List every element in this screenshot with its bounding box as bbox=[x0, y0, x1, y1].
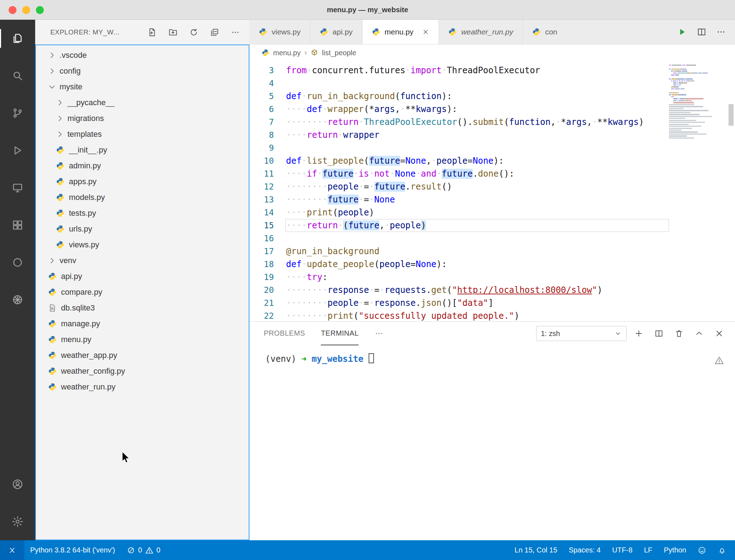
tree-item-weather_config.py[interactable]: weather_config.py bbox=[36, 363, 249, 379]
activity-item-extensions[interactable] bbox=[0, 206, 35, 244]
tree-item-db.sqlite3[interactable]: db.sqlite3 bbox=[36, 300, 249, 316]
line-content[interactable]: ········print("successfully updated peop… bbox=[285, 309, 669, 321]
terminal[interactable]: (venv)➜my_website bbox=[249, 345, 735, 540]
run-python-file-button[interactable] bbox=[674, 24, 690, 40]
code-line-9[interactable]: 9 bbox=[249, 141, 669, 154]
tab-api.py[interactable]: api.py bbox=[310, 20, 362, 44]
code-line-14[interactable]: 14····print(people) bbox=[249, 206, 669, 219]
panel-more-actions[interactable] bbox=[374, 329, 384, 338]
code-line-15[interactable]: 15····return·(future,·people) bbox=[249, 219, 669, 232]
tree-item-config[interactable]: config bbox=[36, 63, 249, 79]
line-content[interactable] bbox=[285, 77, 669, 90]
code-line-19[interactable]: 19····try: bbox=[249, 271, 669, 284]
activity-item-account[interactable] bbox=[0, 466, 35, 503]
split-terminal-button[interactable] bbox=[651, 326, 667, 341]
activity-item-source-control[interactable] bbox=[0, 94, 35, 132]
tree-item-manage.py[interactable]: manage.py bbox=[36, 316, 249, 332]
code-line-7[interactable]: 7········return·ThreadPoolExecutor().sub… bbox=[249, 116, 669, 129]
tree-item-tests.py[interactable]: tests.py bbox=[36, 205, 249, 221]
zoom-window-button[interactable] bbox=[36, 6, 44, 14]
code-line-18[interactable]: 18def·update_people(people=None): bbox=[249, 258, 669, 271]
tree-item-api.py[interactable]: api.py bbox=[36, 269, 249, 284]
split-editor-button[interactable] bbox=[693, 24, 710, 40]
code-line-11[interactable]: 11····if·future·is·not·None·and·future.d… bbox=[249, 167, 669, 180]
tree-item-models.py[interactable]: models.py bbox=[36, 190, 249, 205]
tree-item-menu.py[interactable]: menu.py bbox=[36, 332, 249, 347]
line-content[interactable]: def·update_people(people=None): bbox=[285, 258, 669, 271]
close-tab-icon[interactable] bbox=[422, 28, 429, 36]
status-problems[interactable]: 00 bbox=[121, 540, 166, 560]
line-content[interactable]: ········people·=·response.json()["data"] bbox=[285, 297, 669, 309]
tree-item-__pycache__[interactable]: __pycache__ bbox=[36, 95, 249, 111]
status-notifications[interactable] bbox=[712, 540, 732, 560]
line-content[interactable]: @run_in_background bbox=[285, 245, 669, 258]
tree-item-admin.py[interactable]: admin.py bbox=[36, 158, 249, 174]
status-indentation[interactable]: Spaces: 4 bbox=[563, 540, 607, 560]
tree-item-templates[interactable]: templates bbox=[36, 126, 249, 142]
tree-item-.vscode[interactable]: .vscode bbox=[36, 47, 249, 63]
breadcrumb-symbol[interactable]: list_people bbox=[322, 49, 356, 57]
editor-scrollbar[interactable] bbox=[729, 104, 734, 126]
line-content[interactable]: ········people·=·future.result() bbox=[285, 180, 669, 193]
status-feedback[interactable] bbox=[692, 540, 712, 560]
new-folder-button[interactable] bbox=[163, 24, 183, 41]
line-content[interactable]: ····if·future·is·not·None·and·future.don… bbox=[285, 167, 669, 180]
close-panel-button[interactable] bbox=[711, 326, 727, 341]
collapse-folders-button[interactable] bbox=[205, 24, 224, 41]
more-editor-actions-button[interactable] bbox=[713, 24, 729, 40]
activity-item-search[interactable] bbox=[0, 57, 35, 94]
line-content[interactable] bbox=[285, 232, 669, 245]
line-content[interactable]: ····return·wrapper bbox=[285, 129, 669, 141]
activity-item-circle-tool[interactable] bbox=[0, 244, 35, 281]
tab-con[interactable]: con bbox=[523, 20, 567, 44]
code-line-8[interactable]: 8····return·wrapper bbox=[249, 129, 669, 141]
activity-item-remote-explorer[interactable] bbox=[0, 169, 35, 206]
kill-terminal-button[interactable] bbox=[671, 326, 687, 341]
activity-item-settings[interactable] bbox=[0, 503, 35, 540]
code-line-22[interactable]: 22········print("successfully updated pe… bbox=[249, 309, 669, 321]
line-content[interactable]: ········return·ThreadPoolExecutor().subm… bbox=[285, 116, 669, 129]
refresh-explorer-button[interactable] bbox=[184, 24, 203, 41]
maximize-panel-button[interactable] bbox=[691, 326, 707, 341]
line-content[interactable]: ····def·wrapper(*args,·**kwargs): bbox=[285, 103, 669, 116]
status-cursor-position[interactable]: Ln 15, Col 15 bbox=[509, 540, 563, 560]
tree-item-weather_run.py[interactable]: weather_run.py bbox=[36, 379, 249, 395]
line-content[interactable]: ····return·(future,·people) bbox=[285, 219, 669, 232]
panel-tab-terminal[interactable]: TERMINAL bbox=[321, 322, 359, 345]
tree-item-urls.py[interactable]: urls.py bbox=[36, 221, 249, 237]
line-content[interactable]: def·list_people(future=None,·people=None… bbox=[285, 154, 669, 167]
tab-views.py[interactable]: views.py bbox=[249, 20, 310, 44]
code-line-3[interactable]: 3from·concurrent.futures·import·ThreadPo… bbox=[249, 64, 669, 77]
new-terminal-button[interactable] bbox=[631, 326, 647, 341]
status-python-interpreter[interactable]: Python 3.8.2 64-bit ('venv') bbox=[24, 540, 121, 560]
panel-tab-problems[interactable]: PROBLEMS bbox=[264, 322, 305, 345]
code-line-20[interactable]: 20········response·=·requests.get("http:… bbox=[249, 284, 669, 297]
tab-menu.py[interactable]: menu.py bbox=[362, 20, 439, 44]
more-actions-button[interactable] bbox=[226, 24, 245, 41]
tree-item-mysite[interactable]: mysite bbox=[36, 79, 249, 95]
breadcrumb-file[interactable]: menu.py bbox=[273, 49, 301, 57]
tab-weather_run.py[interactable]: weather_run.py bbox=[439, 20, 523, 44]
line-content[interactable]: ····print(people) bbox=[285, 206, 669, 219]
code-line-6[interactable]: 6····def·wrapper(*args,·**kwargs): bbox=[249, 103, 669, 116]
tree-item-compare.py[interactable]: compare.py bbox=[36, 284, 249, 300]
status-eol[interactable]: LF bbox=[638, 540, 658, 560]
activity-item-run-debug[interactable] bbox=[0, 132, 35, 169]
tree-item-weather_app.py[interactable]: weather_app.py bbox=[36, 347, 249, 363]
line-content[interactable]: ········response·=·requests.get("http://… bbox=[285, 284, 669, 297]
code-line-12[interactable]: 12········people·=·future.result() bbox=[249, 180, 669, 193]
code-line-17[interactable]: 17@run_in_background bbox=[249, 245, 669, 258]
tree-item-__init__.py[interactable]: __init__.py bbox=[36, 142, 249, 158]
line-content[interactable]: def·run_in_background(function): bbox=[285, 90, 669, 103]
activity-item-explorer[interactable] bbox=[0, 20, 35, 57]
minimap[interactable] bbox=[669, 65, 723, 139]
code-editor[interactable]: 3from·concurrent.futures·import·ThreadPo… bbox=[249, 61, 735, 321]
code-line-4[interactable]: 4 bbox=[249, 77, 669, 90]
line-content[interactable] bbox=[285, 141, 669, 154]
tree-item-migrations[interactable]: migrations bbox=[36, 111, 249, 126]
code-line-5[interactable]: 5def·run_in_background(function): bbox=[249, 90, 669, 103]
code-line-16[interactable]: 16 bbox=[249, 232, 669, 245]
code-line-21[interactable]: 21········people·=·response.json()["data… bbox=[249, 297, 669, 309]
minimize-window-button[interactable] bbox=[22, 6, 30, 14]
tree-item-venv[interactable]: venv bbox=[36, 253, 249, 269]
